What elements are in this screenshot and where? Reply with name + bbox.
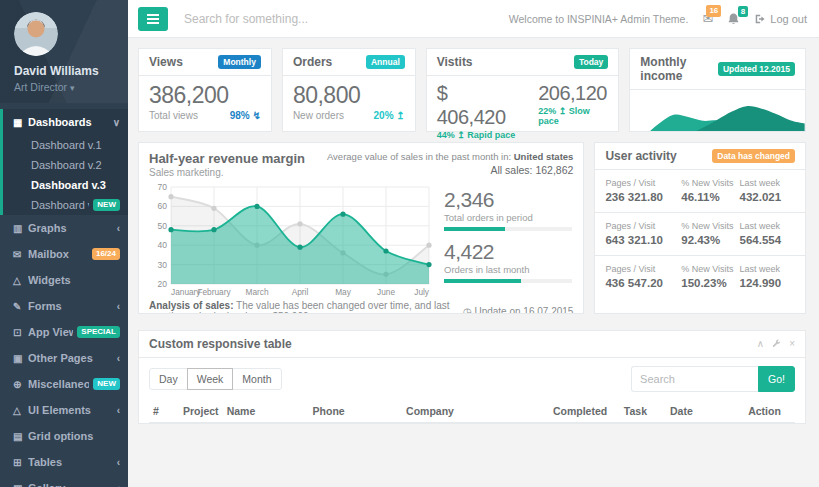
sidebar-item-label: Tables [28, 456, 113, 468]
avatar[interactable] [14, 12, 58, 56]
column-header-company: Company [402, 400, 549, 423]
activity-status-badge: Data has changed [712, 149, 795, 163]
sidebar-item-graphs[interactable]: ▥Graphs‹ [3, 215, 128, 241]
sidebar-subitem-dashboard-v-3[interactable]: Dashboard v.3 [3, 175, 128, 195]
image-icon: ▨ [13, 483, 28, 487]
sidebar-item-ui-elements[interactable]: △UI Elements‹ [3, 397, 128, 423]
range-button-group: DayWeekMonth [149, 368, 282, 390]
sidebar-badge: NEW [93, 199, 120, 211]
visits-delta-1: 44% ↥ Rapid pace [437, 130, 516, 140]
collapse-icon[interactable]: ∧ [757, 339, 764, 349]
column-header-task: Task [620, 400, 666, 423]
sidebar-submenu: Dashboard v.1Dashboard v.2Dashboard v.3D… [3, 135, 128, 215]
svg-text:March: March [245, 287, 268, 297]
sidebar-item-label: UI Elements [28, 404, 113, 416]
sidebar-item-dashboards[interactable]: ▦Dashboards∨ [3, 109, 128, 135]
table-search-input[interactable] [631, 366, 758, 392]
navbar-right: Welcome to INSPINIA+ Admin Theme. ✉ 16 8… [509, 11, 807, 26]
sidebar-item-widgets[interactable]: △Widgets [3, 267, 128, 293]
messages-button[interactable]: ✉ 16 [702, 11, 713, 26]
sidebar-item-label: Grid options [28, 430, 120, 442]
stats-row: Views Monthly 386,200 Total views 98% ↯ … [138, 48, 806, 132]
activity-row: Pages / Visit643 321.10% New Visits92.43… [595, 213, 805, 256]
activity-cell: Pages / Visit236 321.80 [605, 178, 681, 203]
visits-card: Vistits Today $ 406,420 44% ↥ Rapid pace… [426, 48, 620, 132]
activity-cell: Last week432.021 [740, 178, 795, 203]
close-icon[interactable]: × [789, 339, 795, 349]
orders-period-badge: Annual [366, 55, 405, 69]
sidebar-item-tables[interactable]: ⊞Tables‹ [3, 449, 128, 475]
sidebar-item-label: Widgets [28, 274, 120, 286]
th-large-icon: ▦ [13, 117, 28, 128]
kpi-label-2: Orders in last month [444, 264, 572, 275]
sidebar-group-grid-options: ▤Grid options [0, 423, 128, 449]
sidebar-subitem-label: Dashboard v.2 [31, 159, 120, 171]
sidebar-item-other-pages[interactable]: ▣Other Pages‹ [3, 345, 128, 371]
svg-text:June: June [377, 287, 395, 297]
range-button-week[interactable]: Week [187, 368, 234, 390]
bar-chart-icon: ▥ [13, 223, 28, 234]
sidebar-item-mailbox[interactable]: ✉Mailbox16/24 [3, 241, 128, 267]
sidebar-item-label: Forms [28, 300, 113, 312]
files-icon: ▣ [13, 353, 28, 364]
activity-cell-value: 432.021 [740, 191, 795, 203]
sidebar-subitem-dashboard-v-2[interactable]: Dashboard v.2 [3, 155, 128, 175]
revenue-panel: Half-year revenue margin Sales marketing… [138, 142, 584, 314]
visits-title: Vistits [437, 55, 473, 69]
orders-delta: 20% ↥ [374, 110, 405, 121]
menu-toggle-button[interactable] [138, 7, 168, 31]
range-button-day[interactable]: Day [149, 368, 188, 390]
bolt-icon: ↯ [252, 110, 260, 121]
activity-row: Pages / Visit436 547.20% New Visits150.2… [595, 256, 805, 298]
activity-rows: Pages / Visit236 321.80% New Visits46.11… [595, 170, 805, 298]
views-card: Views Monthly 386,200 Total views 98% ↯ [138, 48, 272, 132]
sidebar-item-app-views[interactable]: ⊡App ViewsSPECIAL [3, 319, 128, 345]
activity-cell: Pages / Visit643 321.10 [605, 221, 681, 246]
clock-icon: ◷ [463, 306, 472, 315]
sidebar-group-widgets: △Widgets [0, 267, 128, 293]
income-area-chart [630, 90, 805, 131]
revenue-area-chart: 203040506070JanuaryFebruaryMarchAprilMay… [149, 182, 434, 300]
sidebar-item-miscellaneous[interactable]: ⊕MiscellaneousNEW [3, 371, 128, 397]
sidebar-item-label: Gallery [28, 482, 113, 487]
sidebar-nav: ▦Dashboards∨Dashboard v.1Dashboard v.2Da… [0, 109, 128, 487]
navbar-search-input[interactable] [182, 11, 406, 27]
profile-section: David Williams Art Director ▾ [0, 0, 128, 103]
activity-cell-value: 436 547.20 [605, 277, 681, 289]
views-delta: 98% ↯ [230, 110, 261, 121]
table-search: Go! [631, 366, 795, 392]
svg-text:July: July [414, 287, 430, 297]
wrench-icon[interactable] [772, 339, 781, 350]
sidebar-group-dashboards: ▦Dashboards∨Dashboard v.1Dashboard v.2Da… [0, 109, 128, 215]
revenue-title: Half-year revenue margin [149, 151, 305, 166]
sidebar-item-forms[interactable]: ✎Forms‹ [3, 293, 128, 319]
chevron-left-icon: ‹ [117, 301, 120, 312]
sidebar-item-label: App Views [28, 326, 73, 338]
sidebar-subitem-dashboard-v-4[interactable]: Dashboard v.4NEW [3, 195, 128, 215]
custom-table-panel: Custom responsive table ∧ × DayWeekMonth… [138, 330, 806, 424]
sidebar-group-miscellaneous: ⊕MiscellaneousNEW [0, 371, 128, 397]
caret-down-icon: ▾ [70, 83, 75, 93]
sidebar-item-gallery[interactable]: ▨Gallery‹ [3, 475, 128, 487]
sidebar-subitem-dashboard-v-1[interactable]: Dashboard v.1 [3, 135, 128, 155]
kpi-progressbar-1 [444, 227, 572, 231]
table-title: Custom responsive table [149, 337, 292, 351]
sidebar-group-forms: ✎Forms‹ [0, 293, 128, 319]
range-button-month[interactable]: Month [232, 368, 281, 390]
sidebar-item-grid-options[interactable]: ▤Grid options [3, 423, 128, 449]
notifications-button[interactable]: 8 [727, 12, 740, 26]
search-go-button[interactable]: Go! [758, 366, 795, 392]
app-root: David Williams Art Director ▾ ▦Dashboard… [0, 0, 819, 487]
panel-tools: ∧ × [757, 339, 795, 350]
user-role-dropdown[interactable]: Art Director ▾ [14, 81, 118, 93]
activity-cell-label: Last week [740, 178, 795, 188]
svg-text:May: May [335, 287, 352, 297]
logout-button[interactable]: Log out [754, 13, 807, 25]
activity-cell-label: % New Visits [681, 264, 739, 274]
analysis-text: Analysis of sales: The value has been ch… [149, 300, 463, 314]
chevron-left-icon: ‹ [117, 405, 120, 416]
revenue-note: Average value of sales in the past month… [327, 151, 573, 178]
activity-cell: % New Visits150.23% [681, 264, 739, 289]
activity-cell-value: 150.23% [681, 277, 739, 289]
activity-cell-label: % New Visits [681, 221, 739, 231]
